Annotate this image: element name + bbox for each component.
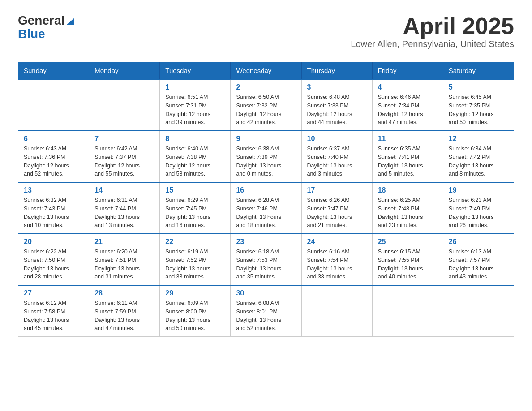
day-info: Sunrise: 6:37 AM Sunset: 7:40 PM Dayligh… <box>307 145 367 178</box>
calendar-cell: 16Sunrise: 6:28 AM Sunset: 7:46 PM Dayli… <box>231 182 301 234</box>
calendar-cell: 13Sunrise: 6:32 AM Sunset: 7:43 PM Dayli… <box>18 182 89 234</box>
logo-blue-text: Blue <box>18 28 45 40</box>
calendar-cell: 1Sunrise: 6:51 AM Sunset: 7:31 PM Daylig… <box>160 79 231 131</box>
day-info: Sunrise: 6:19 AM Sunset: 7:52 PM Dayligh… <box>165 248 225 281</box>
logo-arrow-icon <box>65 16 75 26</box>
calendar-cell: 26Sunrise: 6:13 AM Sunset: 7:57 PM Dayli… <box>443 234 514 285</box>
calendar-cell <box>372 285 443 337</box>
day-number: 24 <box>307 238 367 246</box>
week-row-1: 1Sunrise: 6:51 AM Sunset: 7:31 PM Daylig… <box>18 79 514 131</box>
day-info: Sunrise: 6:16 AM Sunset: 7:54 PM Dayligh… <box>307 248 367 281</box>
day-number: 19 <box>449 186 508 194</box>
calendar-cell: 14Sunrise: 6:31 AM Sunset: 7:44 PM Dayli… <box>89 182 160 234</box>
calendar-cell: 4Sunrise: 6:46 AM Sunset: 7:34 PM Daylig… <box>372 79 443 131</box>
day-number: 11 <box>378 135 438 143</box>
day-info: Sunrise: 6:09 AM Sunset: 8:00 PM Dayligh… <box>165 299 225 333</box>
weekday-header-wednesday: Wednesday <box>231 62 301 80</box>
day-number: 18 <box>378 186 438 194</box>
day-number: 9 <box>236 135 296 143</box>
calendar-cell: 9Sunrise: 6:38 AM Sunset: 7:39 PM Daylig… <box>231 131 301 182</box>
day-number: 29 <box>165 289 225 297</box>
day-number: 28 <box>94 289 154 297</box>
day-info: Sunrise: 6:38 AM Sunset: 7:39 PM Dayligh… <box>236 145 296 178</box>
day-info: Sunrise: 6:34 AM Sunset: 7:42 PM Dayligh… <box>449 145 508 178</box>
day-info: Sunrise: 6:45 AM Sunset: 7:35 PM Dayligh… <box>449 93 508 127</box>
calendar-cell: 19Sunrise: 6:23 AM Sunset: 7:49 PM Dayli… <box>443 182 514 234</box>
day-info: Sunrise: 6:32 AM Sunset: 7:43 PM Dayligh… <box>24 196 83 230</box>
weekday-header-row: SundayMondayTuesdayWednesdayThursdayFrid… <box>18 62 514 80</box>
calendar-cell: 2Sunrise: 6:50 AM Sunset: 7:32 PM Daylig… <box>231 79 301 131</box>
page-header: General Blue April 2025 Lower Allen, Pen… <box>18 13 514 57</box>
weekday-header-friday: Friday <box>372 62 443 80</box>
day-number: 12 <box>449 135 508 143</box>
logo-general-text: General <box>18 13 64 28</box>
calendar-cell <box>443 285 514 337</box>
day-number: 25 <box>378 238 438 246</box>
calendar-cell: 28Sunrise: 6:11 AM Sunset: 7:59 PM Dayli… <box>89 285 160 337</box>
calendar-cell <box>89 79 160 131</box>
day-number: 16 <box>236 186 296 194</box>
day-number: 20 <box>24 238 83 246</box>
day-info: Sunrise: 6:20 AM Sunset: 7:51 PM Dayligh… <box>94 248 154 281</box>
week-row-3: 13Sunrise: 6:32 AM Sunset: 7:43 PM Dayli… <box>18 182 514 234</box>
day-info: Sunrise: 6:23 AM Sunset: 7:49 PM Dayligh… <box>449 196 508 230</box>
day-number: 2 <box>236 83 296 91</box>
day-info: Sunrise: 6:12 AM Sunset: 7:58 PM Dayligh… <box>24 299 83 333</box>
day-number: 30 <box>236 289 296 297</box>
weekday-header-sunday: Sunday <box>18 62 89 80</box>
day-number: 13 <box>24 186 83 194</box>
day-info: Sunrise: 6:35 AM Sunset: 7:41 PM Dayligh… <box>378 145 438 178</box>
day-number: 6 <box>24 135 83 143</box>
day-info: Sunrise: 6:18 AM Sunset: 7:53 PM Dayligh… <box>236 248 296 281</box>
day-number: 14 <box>94 186 154 194</box>
calendar-cell: 12Sunrise: 6:34 AM Sunset: 7:42 PM Dayli… <box>443 131 514 182</box>
day-number: 10 <box>307 135 367 143</box>
calendar-cell: 10Sunrise: 6:37 AM Sunset: 7:40 PM Dayli… <box>301 131 372 182</box>
weekday-header-thursday: Thursday <box>301 62 372 80</box>
day-number: 21 <box>94 238 154 246</box>
day-info: Sunrise: 6:11 AM Sunset: 7:59 PM Dayligh… <box>94 299 154 333</box>
calendar-cell: 24Sunrise: 6:16 AM Sunset: 7:54 PM Dayli… <box>301 234 372 285</box>
weekday-header-saturday: Saturday <box>443 62 514 80</box>
day-number: 15 <box>165 186 225 194</box>
week-row-2: 6Sunrise: 6:43 AM Sunset: 7:36 PM Daylig… <box>18 131 514 182</box>
day-info: Sunrise: 6:15 AM Sunset: 7:55 PM Dayligh… <box>378 248 438 281</box>
day-info: Sunrise: 6:08 AM Sunset: 8:01 PM Dayligh… <box>236 299 296 333</box>
month-title: April 2025 <box>351 13 514 39</box>
day-number: 1 <box>165 83 225 91</box>
calendar-cell: 17Sunrise: 6:26 AM Sunset: 7:47 PM Dayli… <box>301 182 372 234</box>
day-info: Sunrise: 6:26 AM Sunset: 7:47 PM Dayligh… <box>307 196 367 230</box>
day-number: 23 <box>236 238 296 246</box>
day-number: 17 <box>307 186 367 194</box>
calendar-table: SundayMondayTuesdayWednesdayThursdayFrid… <box>18 62 514 337</box>
calendar-cell: 30Sunrise: 6:08 AM Sunset: 8:01 PM Dayli… <box>231 285 301 337</box>
title-block: April 2025 Lower Allen, Pennsylvania, Un… <box>351 13 514 57</box>
calendar-cell: 21Sunrise: 6:20 AM Sunset: 7:51 PM Dayli… <box>89 234 160 285</box>
day-info: Sunrise: 6:13 AM Sunset: 7:57 PM Dayligh… <box>449 248 508 281</box>
week-row-4: 20Sunrise: 6:22 AM Sunset: 7:50 PM Dayli… <box>18 234 514 285</box>
weekday-header-monday: Monday <box>89 62 160 80</box>
calendar-cell <box>301 285 372 337</box>
weekday-header-tuesday: Tuesday <box>160 62 231 80</box>
calendar-cell: 6Sunrise: 6:43 AM Sunset: 7:36 PM Daylig… <box>18 131 89 182</box>
day-number: 3 <box>307 83 367 91</box>
day-info: Sunrise: 6:43 AM Sunset: 7:36 PM Dayligh… <box>24 145 83 178</box>
calendar-cell: 8Sunrise: 6:40 AM Sunset: 7:38 PM Daylig… <box>160 131 231 182</box>
day-number: 8 <box>165 135 225 143</box>
calendar-cell: 5Sunrise: 6:45 AM Sunset: 7:35 PM Daylig… <box>443 79 514 131</box>
logo: General Blue <box>18 13 75 40</box>
calendar-cell: 27Sunrise: 6:12 AM Sunset: 7:58 PM Dayli… <box>18 285 89 337</box>
calendar-cell: 22Sunrise: 6:19 AM Sunset: 7:52 PM Dayli… <box>160 234 231 285</box>
day-info: Sunrise: 6:40 AM Sunset: 7:38 PM Dayligh… <box>165 145 225 178</box>
week-row-5: 27Sunrise: 6:12 AM Sunset: 7:58 PM Dayli… <box>18 285 514 337</box>
day-info: Sunrise: 6:46 AM Sunset: 7:34 PM Dayligh… <box>378 93 438 127</box>
day-number: 27 <box>24 289 83 297</box>
calendar-cell: 15Sunrise: 6:29 AM Sunset: 7:45 PM Dayli… <box>160 182 231 234</box>
calendar-cell: 23Sunrise: 6:18 AM Sunset: 7:53 PM Dayli… <box>231 234 301 285</box>
calendar-cell: 29Sunrise: 6:09 AM Sunset: 8:00 PM Dayli… <box>160 285 231 337</box>
day-number: 26 <box>449 238 508 246</box>
calendar-cell <box>18 79 89 131</box>
day-info: Sunrise: 6:25 AM Sunset: 7:48 PM Dayligh… <box>378 196 438 230</box>
location-subtitle: Lower Allen, Pennsylvania, United States <box>351 39 514 49</box>
calendar-cell: 18Sunrise: 6:25 AM Sunset: 7:48 PM Dayli… <box>372 182 443 234</box>
